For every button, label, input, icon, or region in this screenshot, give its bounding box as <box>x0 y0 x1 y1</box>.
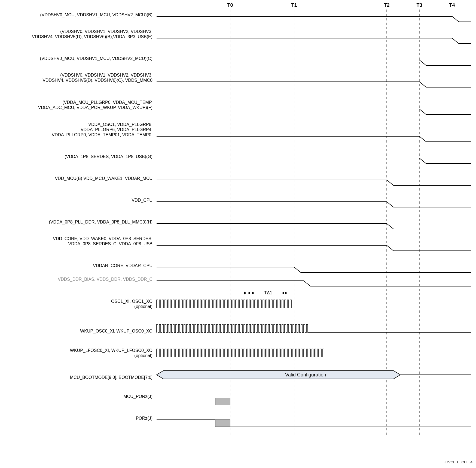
row11-wave <box>157 245 471 251</box>
row5-wave <box>157 109 471 114</box>
row11-label: VDDA_0P8_SERDES_C, VDDA_0P8_USB <box>68 241 152 246</box>
row12-wave <box>157 267 471 273</box>
row12-label: VDDAR_CORE, VDDAR_CPU <box>93 263 152 268</box>
time-label-T2: T2 <box>384 2 389 8</box>
row4-label: VDDSHV4, VDDSHV5(D), VDDSHV6)(C), VDDS_M… <box>42 78 152 83</box>
row5-label: (VDDA_MCU_PLLGRP0, VDDA_MCU_TEMP, <box>63 100 152 105</box>
osc1-label: OSC1_XI, OSC1_XO <box>111 299 152 304</box>
osc1-label: (optional) <box>134 304 152 309</box>
figure-id: J7VCL_ELCH_04 <box>444 460 472 464</box>
row8-label: VDD_MCU(B) VDD_MCU_WAKE1, VDDAR_MCU <box>55 176 152 181</box>
row3-label: (VDDSHV0_MCU, VDDSHV1_MCU, VDDSHV2_MCU)(… <box>40 56 152 61</box>
time-label-T3: T3 <box>416 2 422 8</box>
row4-label: (VDDSHV0, VDDSHV1, VDDSHV2, VDDSHV3, <box>60 73 152 77</box>
row7-label: (VDDA_1P8_SERDES, VDDA_1P8_USB)(G) <box>65 154 152 159</box>
wkup_lfosc0-clock <box>157 349 471 357</box>
time-label-T1: T1 <box>291 2 297 8</box>
mcu_porz-box <box>215 398 230 405</box>
porz-box <box>215 420 230 427</box>
row11-label: VDD_CORE, VDD_WAKE0, VDDA_0P8_SERDES, <box>53 236 152 241</box>
time-label-T4: T4 <box>449 2 455 8</box>
row13-wave <box>157 281 471 286</box>
wkup_lfosc0-label: (optional) <box>134 353 152 358</box>
row6-wave <box>157 136 471 142</box>
row10-label: (VDDA_0P8_PLL_DDR, VDDA_0P8_DLL_MMC0)(H) <box>49 220 152 225</box>
porz-label: PORz(J) <box>136 416 152 421</box>
osc1-clock <box>157 300 471 308</box>
row2-label: (VDDSHV0, VDDSHV1, VDDSHV2, VDDSHV3, <box>60 29 152 34</box>
wkup_osc0-label: WKUP_OSC0_XI, WKUP_OSC0_XO <box>80 329 152 334</box>
bootmode-label: MCU_BOOTMODE[9:0], BOOTMODE[7:0] <box>70 375 152 380</box>
valid-config-label: Valid Configuration <box>285 372 326 378</box>
svg-marker-3 <box>252 292 255 294</box>
row3-wave <box>157 60 471 65</box>
row1-label: (VDDSHV0_MCU, VDDSHV1_MCU, VDDSHV2_MCU)(… <box>40 13 152 17</box>
row10-wave <box>157 224 471 229</box>
timing-diagram: T0T1T2T3T4(VDDSHV0_MCU, VDDSHV1_MCU, VDD… <box>0 0 476 468</box>
svg-marker-5 <box>282 292 284 294</box>
row9-wave <box>157 202 471 207</box>
mcu_porz-label: MCU_PORz(J) <box>123 394 152 399</box>
bootmode-bus <box>157 371 400 379</box>
t-delta-label: TΔ1 <box>264 291 272 295</box>
row5-label: VDDA_ADC_MCU, VDDA_POR_WKUP, VDDA_WKUP)(… <box>38 105 152 110</box>
row2-wave <box>157 38 471 44</box>
row7-wave <box>157 158 471 164</box>
row4-wave <box>157 82 471 87</box>
row9-label: VDD_CPU <box>132 198 152 203</box>
row8-wave <box>157 180 471 185</box>
row6-label: VDDA_PLLGRP0, VDDA_TEMP01, VDDA_TEMP0, <box>52 132 152 137</box>
wkup_lfosc0-label: WKUP_LFOSC0_XI, WKUP_LFOSC0_XO <box>70 348 152 353</box>
row6-label: VDDA_PLLGRP6, VDDA_PLLGRP4, <box>81 127 152 132</box>
row6-label: VDDA_OSC1, VDDA_PLLGRP8, <box>88 122 152 127</box>
row1-wave <box>157 16 471 22</box>
row13-label: VDDS_DDR_BIAS, VDDS_DDR, VDDS_DDR_C <box>58 277 152 282</box>
time-label-T0: T0 <box>227 2 233 8</box>
row2-label: VDDSHV4, VDDSHV5(D), VDDSHV6)(B),VDDA_3P… <box>32 34 152 39</box>
wkup_osc0-clock <box>157 324 471 333</box>
